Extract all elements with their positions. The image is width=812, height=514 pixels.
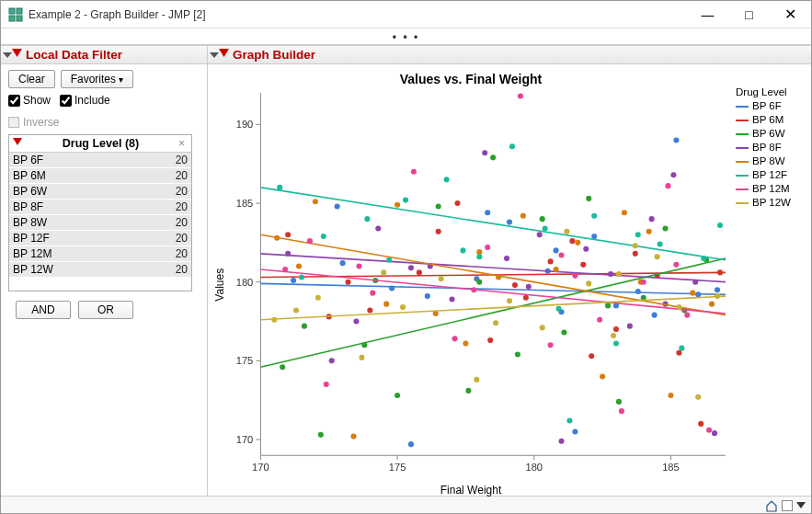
legend-item[interactable]: BP 6M [736,113,800,127]
list-item[interactable]: BP 6W20 [9,184,191,200]
maximize-button[interactable]: □ [728,1,770,29]
list-item[interactable]: BP 12W20 [9,262,191,278]
status-dropdown-icon[interactable] [796,499,806,512]
svg-point-31 [425,293,430,299]
inverse-checkbox[interactable]: Inverse [8,116,200,129]
svg-point-67 [580,262,586,268]
svg-point-177 [359,355,364,360]
svg-point-81 [616,399,622,405]
variable-label: Drug Level (8) [26,137,176,150]
svg-point-28 [291,278,296,283]
svg-point-179 [439,276,444,281]
graph-builder-header[interactable]: Graph Builder [208,45,811,64]
toolbar-grip[interactable]: • • • [1,29,811,45]
svg-point-140 [543,225,548,231]
svg-point-128 [296,263,302,268]
close-button[interactable]: ✕ [770,1,811,29]
svg-text:185: 185 [236,198,254,209]
favorites-button[interactable]: Favorites [61,70,133,88]
status-square[interactable] [782,500,793,511]
list-item[interactable]: BP 6M20 [9,168,191,184]
svg-point-138 [476,254,482,259]
legend-item[interactable]: BP 12F [736,168,800,182]
svg-marker-4 [12,49,22,57]
svg-point-171 [471,287,476,292]
list-item[interactable]: BP 6F20 [9,153,191,168]
list-item[interactable]: BP 12M20 [9,246,191,262]
svg-point-184 [586,280,591,286]
svg-point-47 [554,247,559,253]
svg-point-100 [583,246,589,252]
legend-item[interactable]: BP 12W [736,196,800,210]
svg-point-141 [566,417,572,423]
list-item[interactable]: BP 8F20 [9,200,191,215]
or-button[interactable]: OR [78,301,133,319]
plot-area[interactable]: 170175180185170175180185190 [228,88,730,482]
svg-point-117 [463,340,468,346]
red-triangle-icon[interactable] [219,48,229,62]
svg-point-157 [411,169,417,175]
svg-point-122 [600,373,605,379]
legend-item[interactable]: BP 12M [736,182,800,196]
svg-point-121 [575,240,580,246]
svg-point-190 [715,293,720,299]
legend-item[interactable]: BP 8F [736,141,800,154]
svg-text:175: 175 [389,462,406,473]
svg-point-63 [698,421,703,427]
svg-point-98 [537,232,543,237]
svg-rect-0 [9,8,15,14]
minimize-button[interactable]: — [687,1,728,29]
home-icon[interactable] [765,499,778,512]
svg-point-34 [507,220,512,225]
svg-point-112 [274,235,280,241]
svg-point-186 [633,243,638,248]
legend-item[interactable]: BP 6W [736,127,800,141]
local-data-filter-header[interactable]: Local Data Filter [1,45,207,64]
svg-point-139 [509,143,515,149]
svg-point-94 [408,265,414,270]
svg-point-96 [482,150,487,155]
svg-point-150 [386,257,392,263]
svg-point-29 [335,203,340,209]
svg-marker-195 [796,502,806,508]
list-item[interactable]: BP 12F20 [9,231,191,246]
include-checkbox[interactable]: Include [60,94,110,107]
svg-point-59 [613,326,619,332]
disclosure-icon[interactable] [3,52,12,58]
svg-point-78 [540,216,545,222]
svg-point-41 [652,313,658,318]
app-icon [8,7,23,22]
list-item[interactable]: BP 8W20 [9,215,191,231]
disclosure-icon[interactable] [210,52,219,58]
x-axis-label: Final Weight [212,482,730,500]
svg-marker-6 [219,49,229,57]
show-checkbox[interactable]: Show [8,94,51,107]
svg-point-134 [321,234,326,239]
svg-point-146 [679,346,684,351]
svg-point-83 [662,225,668,231]
svg-point-170 [356,263,361,268]
svg-point-64 [717,269,723,275]
svg-point-183 [564,229,569,234]
svg-point-103 [649,216,655,222]
svg-text:185: 185 [662,462,680,473]
svg-rect-1 [17,8,22,14]
svg-point-187 [655,254,660,259]
svg-point-54 [487,337,493,343]
svg-point-89 [605,303,611,308]
svg-point-149 [299,274,304,280]
svg-point-76 [490,154,496,160]
svg-point-30 [389,285,395,291]
and-button[interactable]: AND [16,301,71,319]
svg-point-38 [591,234,597,239]
remove-icon[interactable]: × [176,137,188,150]
red-triangle-icon[interactable] [13,137,22,150]
legend-item[interactable]: BP 6F [736,99,800,113]
window-title: Example 2 - Graph Builder - JMP [2] [29,8,687,21]
svg-point-194 [616,271,622,277]
legend-item[interactable]: BP 8W [736,154,800,168]
clear-button[interactable]: Clear [8,70,55,88]
red-triangle-icon[interactable] [12,48,22,62]
svg-point-185 [611,333,616,338]
svg-point-154 [282,267,288,272]
